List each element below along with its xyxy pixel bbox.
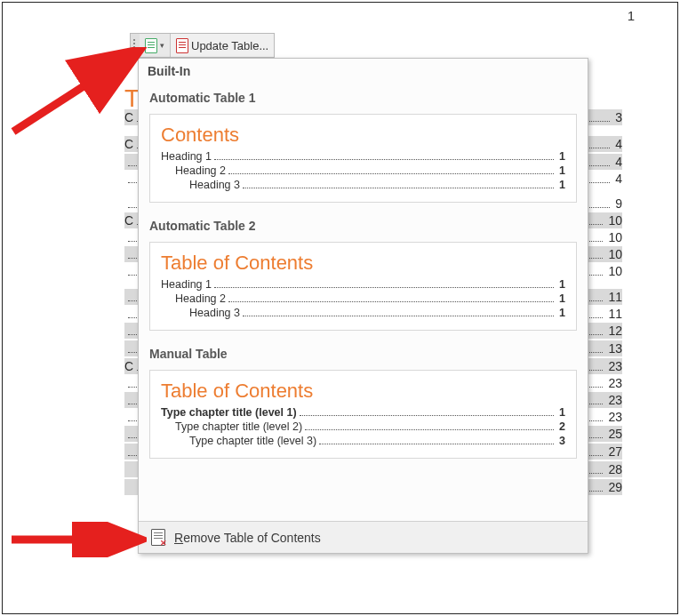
toolbar-grip[interactable]: [131, 34, 140, 57]
page-number: 1: [628, 8, 635, 23]
gallery-preview-row: Heading 21: [161, 164, 565, 177]
toc-gallery-button[interactable]: ▾: [140, 34, 171, 57]
gallery-auto1-title: Contents: [161, 124, 565, 147]
gallery-auto2-title: Table of Contents: [161, 252, 565, 275]
gallery-preview-row: Type chapter title (level 2)2: [161, 420, 565, 433]
gallery-preview-row: Heading 31: [161, 179, 565, 191]
update-table-label: Update Table...: [191, 39, 268, 52]
annotation-arrow-bottom: [4, 522, 147, 557]
gallery-manual-title: Table of Contents: [161, 380, 565, 403]
gallery-item-auto1[interactable]: Contents Heading 11Heading 21Heading 31: [149, 114, 577, 203]
gallery-preview-row: Type chapter title (level 3)3: [161, 435, 565, 447]
remove-toc-menu-item[interactable]: Remove Table of Contents: [139, 521, 588, 553]
remove-toc-label: Remove Table of Contents: [174, 531, 321, 545]
svg-line-0: [13, 52, 136, 132]
remove-toc-icon: [151, 529, 165, 546]
gallery-item-manual-label: Manual Table: [139, 338, 588, 366]
gallery-item-auto2[interactable]: Table of Contents Heading 11Heading 21He…: [149, 242, 577, 331]
gallery-preview-row: Heading 11: [161, 278, 565, 291]
chevron-down-icon: ▾: [160, 41, 164, 50]
gallery-item-manual[interactable]: Table of Contents Type chapter title (le…: [149, 370, 577, 459]
gallery-item-auto1-label: Automatic Table 1: [139, 82, 588, 110]
page-icon: [145, 38, 157, 53]
app-frame: 1 T C 3C 4 4 4 9C 10 10 10 10 11 11 12 1…: [2, 2, 678, 614]
gallery-header: Built-In: [139, 59, 588, 82]
gallery-preview-row: Type chapter title (level 1)1: [161, 406, 565, 419]
gallery-preview-row: Heading 11: [161, 150, 565, 163]
gallery-item-auto2-label: Automatic Table 2: [139, 210, 588, 238]
update-table-button[interactable]: Update Table...: [171, 34, 274, 57]
update-icon: [176, 38, 188, 53]
gallery-preview-row: Heading 31: [161, 307, 565, 319]
toc-gallery-dropdown: Built-In Automatic Table 1 Contents Head…: [138, 58, 588, 554]
gallery-preview-row: Heading 21: [161, 292, 565, 305]
toc-mini-toolbar: ▾ Update Table...: [130, 33, 275, 58]
